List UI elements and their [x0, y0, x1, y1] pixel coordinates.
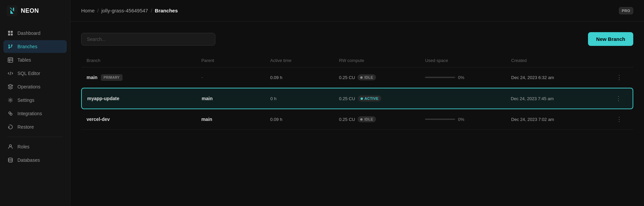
operations-icon: [7, 84, 13, 90]
table-header: Branch Parent Active time RW compute Use…: [81, 54, 633, 67]
used-space-cell: 0%: [425, 117, 511, 122]
table-row[interactable]: main PRIMARY - 0.09 h 0.25 CU IDLE 0: [81, 67, 633, 88]
status-dot: [360, 76, 363, 79]
search-input[interactable]: [81, 33, 215, 46]
svg-rect-2: [11, 31, 13, 33]
svg-point-14: [10, 99, 11, 101]
created-cell: Dec 24, 2023 6:32 am: [511, 75, 614, 80]
breadcrumb-home[interactable]: Home: [81, 8, 95, 13]
progress-bar: [425, 77, 455, 78]
compute-value: 0.25 CU: [339, 75, 355, 80]
integrations-icon: [7, 111, 13, 117]
sidebar-item-restore[interactable]: Restore: [3, 121, 67, 133]
table-row[interactable]: vercel-dev main 0.09 h 0.25 CU IDLE 0%: [81, 109, 633, 130]
content-area: New Branch Branch Parent Active time RW …: [70, 21, 644, 206]
col-used-space: Used space: [425, 58, 511, 63]
sidebar-item-label: Restore: [17, 124, 34, 130]
sidebar-item-dashboard[interactable]: Dashboard: [3, 27, 67, 40]
status-badge-idle: IDLE: [358, 116, 376, 122]
svg-line-13: [10, 72, 11, 75]
sidebar-item-branches[interactable]: Branches: [3, 40, 67, 53]
restore-icon: [7, 124, 13, 130]
sidebar-item-tables[interactable]: Tables: [3, 54, 67, 66]
col-branch: Branch: [87, 58, 201, 63]
breadcrumb-project[interactable]: jolly-grass-45649547: [101, 8, 148, 13]
breadcrumb: Home / jolly-grass-45649547 / Branches: [81, 8, 178, 13]
svg-point-5: [8, 45, 10, 46]
sidebar-nav: Dashboard Branches Tables SQL Editor: [0, 21, 70, 206]
sidebar-item-label: Integrations: [17, 111, 42, 116]
logo-text: NEON: [21, 7, 39, 14]
nav-divider: [7, 137, 63, 137]
primary-badge: PRIMARY: [101, 74, 122, 81]
status-label: IDLE: [364, 117, 373, 121]
svg-point-6: [11, 45, 12, 46]
rw-compute-cell: 0.25 CU IDLE: [339, 74, 425, 80]
sidebar-item-label: Dashboard: [17, 30, 41, 36]
sidebar-item-sql-editor[interactable]: SQL Editor: [3, 67, 67, 80]
progress-bar: [425, 119, 455, 120]
status-label: IDLE: [364, 75, 373, 79]
status-dot: [360, 118, 363, 121]
space-percent: 0%: [458, 117, 464, 122]
sidebar-item-label: SQL Editor: [17, 71, 40, 76]
used-space-cell: 0%: [425, 75, 511, 80]
compute-value: 0.25 CU: [339, 117, 355, 122]
sidebar-item-roles[interactable]: Roles: [3, 140, 67, 153]
col-parent: Parent: [201, 58, 270, 63]
rw-compute-cell: 0.25 CU ACTIVE: [339, 95, 425, 101]
databases-icon: [7, 157, 13, 163]
sidebar-item-label: Databases: [17, 157, 40, 163]
svg-point-16: [8, 158, 12, 160]
tables-icon: [7, 57, 13, 63]
status-dot: [361, 97, 363, 100]
branch-name-cell: vercel-dev: [87, 117, 201, 122]
compute-value: 0.25 CU: [339, 96, 355, 101]
svg-rect-1: [8, 31, 10, 33]
row-menu-button[interactable]: ⋮: [614, 73, 624, 82]
sidebar-item-label: Roles: [17, 144, 30, 149]
dashboard-icon: [7, 30, 13, 36]
header: Home / jolly-grass-45649547 / Branches P…: [70, 0, 644, 21]
parent-cell: main: [202, 96, 270, 101]
parent-cell: -: [201, 75, 270, 80]
sidebar-item-integrations[interactable]: Integrations: [3, 107, 67, 120]
sidebar-item-operations[interactable]: Operations: [3, 80, 67, 93]
parent-cell: main: [201, 117, 270, 122]
sidebar: NEON Dashboard Branches Tables: [0, 0, 70, 206]
rw-compute-cell: 0.25 CU IDLE: [339, 116, 425, 122]
breadcrumb-current: Branches: [155, 8, 178, 13]
toolbar: New Branch: [81, 32, 633, 46]
col-actions: [614, 58, 628, 63]
col-active-time: Active time: [270, 58, 339, 63]
sql-editor-icon: [7, 70, 13, 76]
sidebar-item-databases[interactable]: Databases: [3, 154, 67, 166]
sidebar-item-label: Tables: [17, 57, 31, 63]
active-time-cell: 0.09 h: [270, 75, 339, 80]
space-percent: 0%: [458, 75, 464, 80]
neon-logo-icon: [7, 5, 17, 16]
branch-name-text: myapp-update: [87, 96, 119, 101]
active-time-cell: 0.09 h: [270, 117, 339, 122]
table-row[interactable]: myapp-update main 0 h 0.25 CU ACTIVE Dec…: [81, 88, 633, 109]
branch-name-text: main: [87, 75, 98, 80]
branch-name-text: vercel-dev: [87, 117, 110, 122]
status-label: ACTIVE: [365, 96, 379, 100]
status-badge-active: ACTIVE: [358, 95, 381, 101]
svg-rect-4: [11, 33, 13, 36]
roles-icon: [7, 144, 13, 150]
sidebar-item-label: Branches: [17, 44, 37, 49]
col-rw-compute: RW compute: [339, 58, 425, 63]
sidebar-item-settings[interactable]: Settings: [3, 94, 67, 107]
main-content: Home / jolly-grass-45649547 / Branches P…: [70, 0, 644, 206]
row-menu-button[interactable]: ⋮: [614, 94, 623, 103]
status-badge-idle: IDLE: [358, 74, 376, 80]
svg-rect-0: [7, 5, 17, 16]
sidebar-item-label: Settings: [17, 97, 35, 103]
new-branch-button[interactable]: New Branch: [588, 32, 633, 46]
row-menu-button[interactable]: ⋮: [614, 115, 624, 124]
col-created: Created: [511, 58, 614, 63]
svg-rect-9: [8, 58, 13, 62]
svg-point-15: [9, 145, 11, 147]
branches-icon: [7, 44, 13, 50]
